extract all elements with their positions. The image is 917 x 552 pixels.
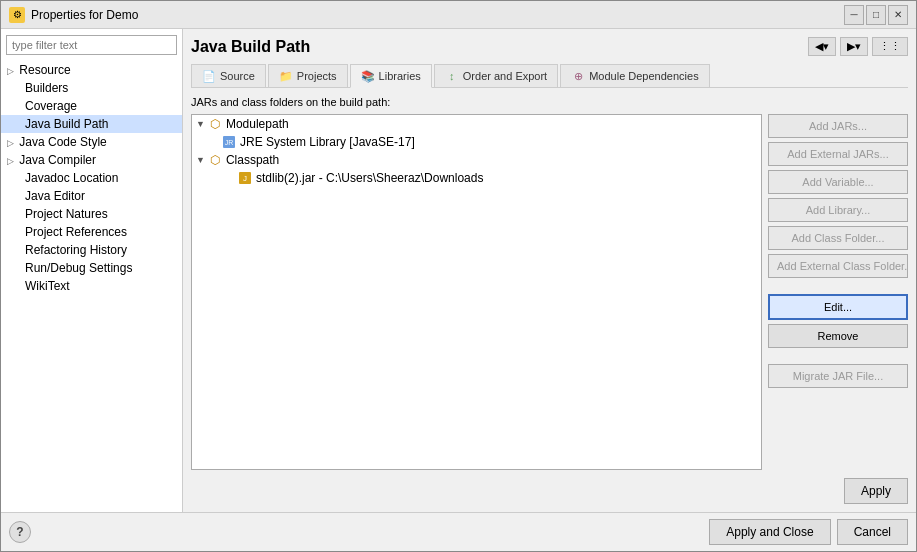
tab-module-dep-label: Module Dependencies: [589, 70, 698, 82]
tree-item-classpath[interactable]: ▼ ⬡ Classpath: [192, 151, 761, 169]
sidebar-item-run-debug-settings[interactable]: Run/Debug Settings: [1, 259, 182, 277]
expand-arrow: ▷: [7, 66, 14, 76]
minimize-button[interactable]: ─: [844, 5, 864, 25]
forward-button[interactable]: ▶▾: [840, 37, 868, 56]
title-bar-left: ⚙ Properties for Demo: [9, 7, 138, 23]
sidebar-item-label: Refactoring History: [25, 243, 127, 257]
maximize-button[interactable]: □: [866, 5, 886, 25]
sidebar-item-label: Java Editor: [25, 189, 85, 203]
apply-button[interactable]: Apply: [844, 478, 908, 504]
window-icon: ⚙: [9, 7, 25, 23]
tab-order-export-label: Order and Export: [463, 70, 547, 82]
collapse-arrow: ▼: [196, 155, 205, 165]
close-button[interactable]: ✕: [888, 5, 908, 25]
tree-item-modulepath[interactable]: ▼ ⬡ Modulepath: [192, 115, 761, 133]
menu-button[interactable]: ⋮⋮: [872, 37, 908, 56]
main-panel: Java Build Path ◀▾ ▶▾ ⋮⋮ 📄 Source 📁 Proj…: [183, 29, 916, 512]
sidebar-item-label: Javadoc Location: [25, 171, 118, 185]
btn-spacer2: [768, 352, 908, 360]
sidebar-item-builders[interactable]: Builders: [1, 79, 182, 97]
expand-arrow: ▷: [7, 138, 14, 148]
tab-projects-label: Projects: [297, 70, 337, 82]
apply-and-close-button[interactable]: Apply and Close: [709, 519, 830, 545]
tab-source[interactable]: 📄 Source: [191, 64, 266, 87]
jar-icon: J: [238, 171, 252, 185]
panel-description: JARs and class folders on the build path…: [191, 96, 908, 108]
sidebar-item-label: Java Build Path: [25, 117, 108, 131]
sidebar-item-resource[interactable]: ▷ Resource: [1, 61, 182, 79]
title-bar-controls: ─ □ ✕: [844, 5, 908, 25]
sidebar-item-java-editor[interactable]: Java Editor: [1, 187, 182, 205]
classpath-icon: ⬡: [208, 153, 222, 167]
bottom-left: ?: [9, 521, 31, 543]
main-title-bar: Java Build Path ◀▾ ▶▾ ⋮⋮: [191, 37, 908, 56]
sidebar-item-java-compiler[interactable]: ▷ Java Compiler: [1, 151, 182, 169]
sidebar-item-label: Java Code Style: [19, 135, 106, 149]
expand-arrow: ▷: [7, 156, 14, 166]
content-area: ▷ Resource Builders Coverage Java Build …: [1, 29, 916, 512]
collapse-arrow: ▼: [196, 119, 205, 129]
back-button[interactable]: ◀▾: [808, 37, 836, 56]
sidebar-item-refactoring-history[interactable]: Refactoring History: [1, 241, 182, 259]
add-external-class-folder-button[interactable]: Add External Class Folder...: [768, 254, 908, 278]
tab-libraries[interactable]: 📚 Libraries: [350, 64, 432, 88]
bottom-right: Apply and Close Cancel: [709, 519, 908, 545]
tree-item-label: Modulepath: [226, 117, 289, 131]
remove-button[interactable]: Remove: [768, 324, 908, 348]
nav-controls: ◀▾ ▶▾ ⋮⋮: [808, 37, 908, 56]
sidebar-item-label: Run/Debug Settings: [25, 261, 132, 275]
jre-icon: JR: [222, 135, 236, 149]
tree-item-label: Classpath: [226, 153, 279, 167]
help-button[interactable]: ?: [9, 521, 31, 543]
source-tab-icon: 📄: [202, 69, 216, 83]
action-buttons: Add JARs... Add External JARs... Add Var…: [768, 114, 908, 470]
add-jars-button[interactable]: Add JARs...: [768, 114, 908, 138]
add-class-folder-button[interactable]: Add Class Folder...: [768, 226, 908, 250]
sidebar-item-javadoc-location[interactable]: Javadoc Location: [1, 169, 182, 187]
edit-button[interactable]: Edit...: [768, 294, 908, 320]
sidebar-list: ▷ Resource Builders Coverage Java Build …: [1, 61, 182, 512]
sidebar-item-java-build-path[interactable]: Java Build Path: [1, 115, 182, 133]
tree-item-jar[interactable]: ▷ J stdlib(2).jar - C:\Users\Sheeraz\Dow…: [192, 169, 761, 187]
add-library-button[interactable]: Add Library...: [768, 198, 908, 222]
modulepath-icon: ⬡: [208, 117, 222, 131]
btn-spacer: [768, 282, 908, 290]
sidebar-item-label: Resource: [19, 63, 70, 77]
sidebar-item-label: Builders: [25, 81, 68, 95]
main-panel-title: Java Build Path: [191, 38, 310, 56]
tab-libraries-label: Libraries: [379, 70, 421, 82]
add-variable-button[interactable]: Add Variable...: [768, 170, 908, 194]
properties-window: ⚙ Properties for Demo ─ □ ✕ ▷ Resource B…: [0, 0, 917, 552]
panel-body: ▼ ⬡ Modulepath ▷ JR JRE Sys: [191, 114, 908, 470]
sidebar-item-label: Java Compiler: [19, 153, 96, 167]
filter-input[interactable]: [6, 35, 177, 55]
tree-item-jre[interactable]: ▷ JR JRE System Library [JavaSE-17]: [192, 133, 761, 151]
cancel-button[interactable]: Cancel: [837, 519, 908, 545]
module-dep-tab-icon: ⊕: [571, 69, 585, 83]
libraries-tab-icon: 📚: [361, 69, 375, 83]
window-title: Properties for Demo: [31, 8, 138, 22]
bottom-bar: ? Apply and Close Cancel: [1, 512, 916, 551]
tab-module-dependencies[interactable]: ⊕ Module Dependencies: [560, 64, 709, 87]
sidebar-item-project-natures[interactable]: Project Natures: [1, 205, 182, 223]
apply-row: Apply: [191, 478, 908, 504]
sidebar-item-label: Project Natures: [25, 207, 108, 221]
sidebar-item-label: Coverage: [25, 99, 77, 113]
title-bar: ⚙ Properties for Demo ─ □ ✕: [1, 1, 916, 29]
tree-item-label: stdlib(2).jar - C:\Users\Sheeraz\Downloa…: [256, 171, 483, 185]
sidebar-item-java-code-style[interactable]: ▷ Java Code Style: [1, 133, 182, 151]
sidebar-item-project-references[interactable]: Project References: [1, 223, 182, 241]
tabs-bar: 📄 Source 📁 Projects 📚 Libraries ↕ Order …: [191, 64, 908, 88]
projects-tab-icon: 📁: [279, 69, 293, 83]
tree-item-label: JRE System Library [JavaSE-17]: [240, 135, 415, 149]
add-external-jars-button[interactable]: Add External JARs...: [768, 142, 908, 166]
sidebar-item-wikitext[interactable]: WikiText: [1, 277, 182, 295]
tab-order-export[interactable]: ↕ Order and Export: [434, 64, 558, 87]
order-export-tab-icon: ↕: [445, 69, 459, 83]
sidebar-item-label: WikiText: [25, 279, 70, 293]
migrate-jar-button[interactable]: Migrate JAR File...: [768, 364, 908, 388]
build-path-tree[interactable]: ▼ ⬡ Modulepath ▷ JR JRE Sys: [191, 114, 762, 470]
sidebar-item-coverage[interactable]: Coverage: [1, 97, 182, 115]
sidebar-item-label: Project References: [25, 225, 127, 239]
tab-projects[interactable]: 📁 Projects: [268, 64, 348, 87]
